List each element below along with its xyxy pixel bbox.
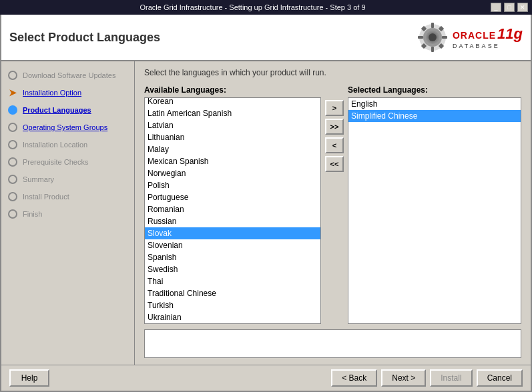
sidebar-item-install-product-label: Install Product [23, 193, 69, 201]
sidebar-item-finish-label: Finish [23, 210, 42, 218]
main-window: Select Product Languages [0, 15, 532, 392]
list-item[interactable]: Swedish [145, 263, 320, 275]
oracle-version: 11g [497, 25, 523, 43]
sidebar-item-installation-location: Installation Location [1, 136, 134, 153]
sidebar-item-summary: Summary [1, 171, 134, 188]
available-languages-list-container[interactable]: ItalianJapaneseKoreanLatin American Span… [144, 97, 321, 324]
cancel-button[interactable]: Cancel [477, 369, 523, 387]
maximize-button[interactable]: □ [504, 3, 515, 12]
close-button[interactable]: ✕ [517, 3, 528, 12]
svg-rect-6 [442, 36, 447, 39]
finish-icon [7, 208, 19, 220]
minimize-button[interactable]: _ [491, 3, 501, 12]
sidebar-item-product-languages-label[interactable]: Product Languages [23, 106, 91, 114]
list-item[interactable]: Russian [145, 215, 320, 227]
list-item[interactable]: Simplified Chinese [348, 110, 521, 122]
list-item[interactable]: Slovenian [145, 239, 320, 251]
selected-languages-label: Selected Languages: [348, 85, 521, 95]
list-item[interactable]: Polish [145, 179, 320, 191]
list-item[interactable]: English [348, 98, 521, 110]
sidebar-item-product-languages[interactable]: Product Languages [1, 101, 134, 119]
sidebar: Download Software Updates ➤ Installation… [1, 61, 135, 365]
selected-languages-column: Selected Languages: EnglishSimplified Ch… [348, 85, 521, 324]
svg-rect-4 [431, 47, 434, 52]
list-item[interactable]: Portuguese [145, 191, 320, 203]
remove-one-button[interactable]: < [325, 137, 344, 153]
sidebar-item-prereq-label: Prerequisite Checks [23, 158, 88, 166]
prereq-icon [7, 156, 19, 168]
sidebar-item-os-groups-label[interactable]: Operating System Groups [23, 123, 107, 131]
sidebar-item-summary-label: Summary [23, 175, 54, 183]
list-item[interactable]: Malay [145, 143, 320, 155]
list-item[interactable]: Mexican Spanish [145, 155, 320, 167]
install-button[interactable]: Install [430, 369, 472, 387]
languages-container: Available Languages: ItalianJapaneseKore… [144, 85, 521, 324]
transfer-buttons: > >> < << [325, 85, 344, 172]
sidebar-item-os-groups[interactable]: Operating System Groups [1, 119, 134, 136]
description-area [144, 329, 521, 358]
content-area: Download Software Updates ➤ Installation… [1, 61, 531, 365]
add-all-button[interactable]: >> [325, 119, 344, 135]
download-icon [7, 69, 19, 81]
oracle-database-label: DATABASE [453, 43, 500, 49]
list-item[interactable]: Spanish [145, 251, 320, 263]
list-item[interactable]: Lithuanian [145, 131, 320, 143]
footer: Help < Back Next > Install Cancel [1, 365, 531, 391]
product-languages-icon [7, 104, 19, 116]
list-item[interactable]: Norwegian [145, 167, 320, 179]
sidebar-item-prereq: Prerequisite Checks [1, 153, 134, 171]
back-button[interactable]: < Back [331, 369, 377, 387]
list-item[interactable]: Latvian [145, 119, 320, 131]
list-item[interactable]: Traditional Chinese [145, 287, 320, 299]
oracle-brand-text: ORACLE [453, 30, 496, 41]
selected-languages-list[interactable]: EnglishSimplified Chinese [348, 98, 521, 323]
chinese-support-text: 支持中文 [348, 323, 521, 324]
help-button[interactable]: Help [9, 369, 49, 387]
svg-point-12 [429, 33, 437, 41]
sidebar-item-installation-location-label: Installation Location [23, 141, 87, 149]
sidebar-item-installation-option[interactable]: ➤ Installation Option [1, 84, 134, 101]
title-bar: Oracle Grid Infrastructure - Setting up … [0, 0, 532, 15]
instruction-text: Select the languages in which your produ… [144, 68, 521, 77]
main-panel: Select the languages in which your produ… [135, 61, 531, 365]
list-item[interactable]: Romanian [145, 203, 320, 215]
sidebar-item-download: Download Software Updates [1, 67, 134, 84]
sidebar-item-installation-label[interactable]: Installation Option [23, 89, 81, 97]
list-item[interactable]: Ukrainian [145, 311, 320, 323]
page-title: Select Product Languages [9, 31, 160, 45]
add-one-button[interactable]: > [325, 100, 344, 116]
sidebar-item-finish: Finish [1, 205, 134, 223]
installation-location-icon [7, 139, 19, 151]
remove-all-button[interactable]: << [325, 156, 344, 172]
available-languages-column: Available Languages: ItalianJapaneseKore… [144, 85, 321, 324]
installation-option-icon: ➤ [7, 87, 19, 99]
available-languages-list[interactable]: ItalianJapaneseKoreanLatin American Span… [145, 98, 320, 323]
list-item[interactable]: Turkish [145, 299, 320, 311]
title-bar-controls[interactable]: _ □ ✕ [491, 3, 528, 12]
list-item[interactable]: Latin American Spanish [145, 107, 320, 119]
summary-icon [7, 173, 19, 185]
svg-rect-3 [431, 23, 434, 28]
selected-languages-list-container[interactable]: EnglishSimplified Chinese 支持中文 [348, 97, 521, 324]
svg-rect-5 [418, 36, 423, 39]
oracle-logo: ORACLE 11g DATABASE [415, 20, 523, 55]
header: Select Product Languages [1, 15, 531, 61]
sidebar-item-download-label: Download Software Updates [23, 71, 115, 79]
list-item[interactable]: Thai [145, 275, 320, 287]
next-button[interactable]: Next > [381, 369, 426, 387]
os-groups-icon [7, 121, 19, 133]
title-bar-title: Oracle Grid Infrastructure - Setting up … [15, 3, 491, 11]
gear-icon [415, 20, 450, 55]
list-item[interactable]: Slovak [145, 227, 320, 239]
available-languages-label: Available Languages: [144, 85, 321, 95]
list-item[interactable]: Korean [145, 98, 320, 107]
install-product-icon [7, 191, 19, 203]
sidebar-item-install-product: Install Product [1, 188, 134, 205]
